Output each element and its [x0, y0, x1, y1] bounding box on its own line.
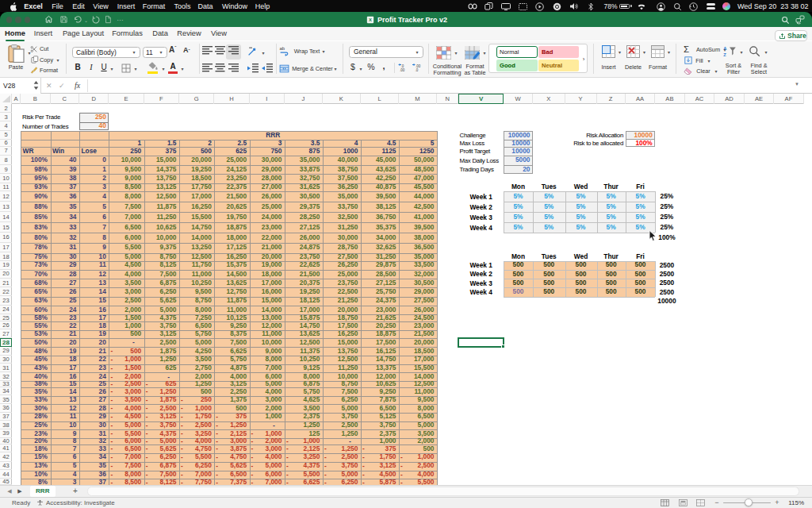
svg-text:ab: ab — [280, 46, 285, 51]
svg-text:.00: .00 — [416, 64, 421, 68]
svg-text:X: X — [369, 17, 372, 22]
svg-text:.0: .0 — [401, 64, 404, 68]
svg-text:Z: Z — [723, 52, 726, 57]
svg-text:.00: .00 — [400, 68, 405, 72]
svg-text:A: A — [723, 46, 727, 51]
svg-text:.0: .0 — [416, 68, 419, 72]
